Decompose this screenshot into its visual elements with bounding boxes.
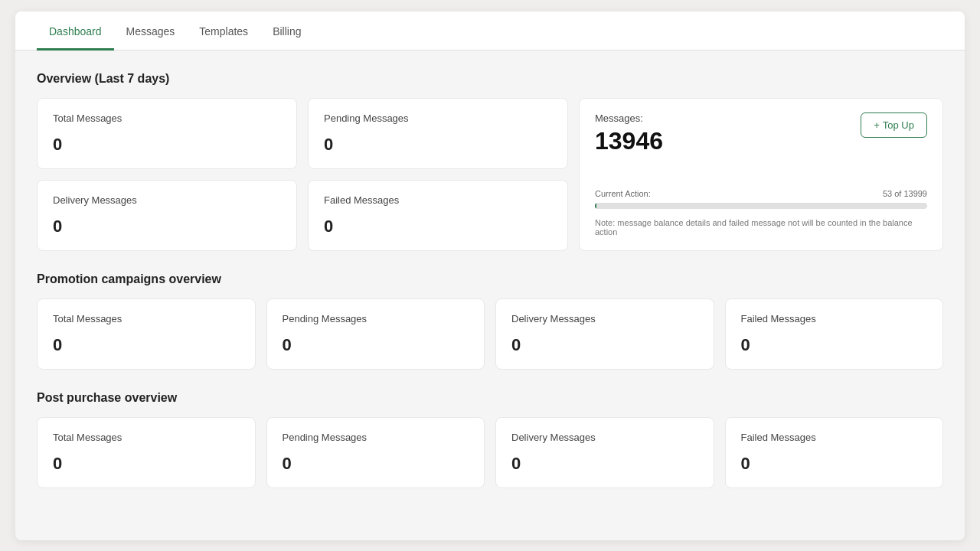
top-up-button[interactable]: + Top Up	[861, 112, 927, 138]
overview-grid: Total Messages 0 Pending Messages 0 Mess…	[37, 98, 943, 251]
overview-title: Overview (Last 7 days)	[37, 72, 943, 86]
postpurchase-section: Post purchase overview Total Messages 0 …	[37, 391, 943, 488]
post-card-failed: Failed Messages 0	[725, 417, 944, 488]
card-value: 0	[53, 454, 240, 474]
progress-bar-background	[595, 203, 927, 209]
card-failed-messages: Failed Messages 0	[308, 180, 568, 251]
progress-label: Current Action: 53 of 13999	[595, 189, 927, 198]
postpurchase-title: Post purchase overview	[37, 391, 943, 405]
page-content: Overview (Last 7 days) Total Messages 0 …	[15, 51, 965, 488]
card-title: Delivery Messages	[511, 313, 698, 324]
card-pending-messages: Pending Messages 0	[308, 98, 568, 169]
balance-header: Messages: 13946 + Top Up	[595, 112, 927, 155]
tab-dashboard[interactable]: Dashboard	[37, 11, 114, 51]
overview-section: Overview (Last 7 days) Total Messages 0 …	[37, 72, 943, 251]
card-title: Delivery Messages	[53, 194, 281, 206]
balance-info: Messages: 13946	[595, 112, 663, 155]
promo-card-failed: Failed Messages 0	[725, 298, 944, 370]
card-title: Total Messages	[53, 432, 240, 443]
card-value: 0	[324, 217, 552, 236]
card-total-messages: Total Messages 0	[37, 98, 297, 169]
promotion-grid: Total Messages 0 Pending Messages 0 Deli…	[37, 298, 943, 370]
card-title: Failed Messages	[741, 313, 928, 324]
card-title: Total Messages	[53, 112, 281, 124]
tab-messages[interactable]: Messages	[114, 11, 188, 51]
card-title: Total Messages	[53, 313, 240, 324]
promo-card-total: Total Messages 0	[37, 298, 256, 370]
post-card-pending: Pending Messages 0	[266, 417, 485, 488]
card-value: 0	[324, 135, 552, 155]
card-title: Failed Messages	[741, 432, 928, 443]
card-value: 0	[511, 454, 698, 474]
card-value: 0	[741, 335, 928, 355]
card-delivery-messages: Delivery Messages 0	[37, 180, 297, 251]
plus-icon: +	[874, 119, 880, 131]
top-up-label: Top Up	[883, 119, 914, 131]
card-title: Failed Messages	[324, 194, 552, 206]
progress-bar-fill	[595, 203, 596, 209]
balance-label: Messages:	[595, 112, 663, 124]
balance-footer: Current Action: 53 of 13999 Note: messag…	[595, 189, 927, 236]
promotion-section: Promotion campaigns overview Total Messa…	[37, 272, 943, 370]
card-title: Delivery Messages	[511, 432, 698, 443]
card-value: 0	[283, 335, 469, 355]
balance-card: Messages: 13946 + Top Up Current Action:…	[579, 98, 943, 251]
promo-card-delivery: Delivery Messages 0	[495, 298, 714, 370]
card-value: 0	[53, 335, 240, 355]
balance-note: Note: message balance details and failed…	[595, 218, 927, 236]
balance-number: 13946	[595, 127, 663, 155]
post-card-total: Total Messages 0	[37, 417, 256, 488]
current-action-label: Current Action:	[595, 189, 651, 198]
card-value: 0	[741, 454, 928, 474]
card-value: 0	[53, 217, 281, 236]
app-window: Dashboard Messages Templates Billing Ove…	[15, 11, 965, 540]
promo-card-pending: Pending Messages 0	[266, 298, 485, 370]
promotion-title: Promotion campaigns overview	[37, 272, 943, 286]
tab-billing[interactable]: Billing	[260, 11, 313, 51]
card-value: 0	[283, 454, 469, 474]
card-title: Pending Messages	[324, 112, 552, 124]
main-nav: Dashboard Messages Templates Billing	[15, 11, 965, 51]
card-value: 0	[53, 135, 281, 155]
progress-text: 53 of 13999	[883, 189, 927, 198]
postpurchase-grid: Total Messages 0 Pending Messages 0 Deli…	[37, 417, 943, 488]
tab-templates[interactable]: Templates	[187, 11, 260, 51]
card-title: Pending Messages	[283, 313, 469, 324]
post-card-delivery: Delivery Messages 0	[495, 417, 714, 488]
card-title: Pending Messages	[283, 432, 469, 443]
card-value: 0	[511, 335, 698, 355]
